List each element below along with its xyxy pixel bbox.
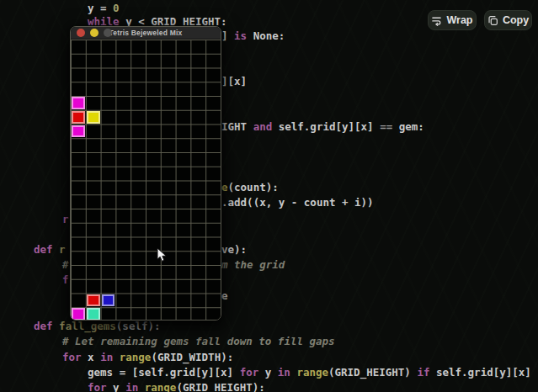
code-line: for y in range(GRID_HEIGHT): [88,382,265,392]
gem-yellow[interactable] [87,111,100,124]
gem-teal[interactable] [87,308,100,320]
code-line: # Let remaining gems fall down to fill g… [62,336,335,347]
wrap-button[interactable]: Wrap [428,10,477,30]
close-button[interactable] [77,29,85,37]
traffic-lights [77,27,112,39]
code-line: gems = [self.grid[y][x] for y in range(G… [88,367,531,379]
code-line: def r [34,244,66,256]
game-grid[interactable] [71,40,221,320]
gem-red[interactable] [72,111,85,124]
copy-button-label: Copy [503,14,529,26]
code-line: ve): [221,244,247,256]
gem-magenta[interactable] [72,97,85,109]
window-title: Tetris Bejeweled Mix [109,29,183,37]
window-titlebar[interactable]: Tetris Bejeweled Mix [71,27,221,40]
zoom-button[interactable] [104,29,112,37]
code-line: # [62,259,69,271]
tetris-window: Tetris Bejeweled Mix [70,26,221,320]
code-line: for x in range(GRID_WIDTH): [62,352,233,363]
code-line: e(count): [221,182,279,193]
code-line: m the grid [221,259,285,271]
code-line: f [62,274,69,286]
code-line: IGHT and self.grid[y][x] == gem: [221,121,424,133]
gem-red[interactable] [87,294,100,307]
gem-magenta[interactable] [72,125,85,138]
code-line: def fall_gems(self): [34,320,161,332]
code-line: e [221,290,228,302]
gem-blue[interactable] [102,294,115,307]
copy-button[interactable]: Copy [484,10,532,30]
code-line: .add((x, y - count + i)) [221,197,374,209]
minimize-button[interactable] [90,29,99,37]
code-line: ][x] [221,76,247,87]
code-line: y = 0 [88,3,120,14]
screen: y = 0while y < GRID_HEIGHT:] is None:][x… [0,0,538,392]
copy-icon [487,15,498,26]
code-line: r [62,214,69,225]
gem-magenta[interactable] [72,308,85,320]
wrap-button-label: Wrap [446,14,472,26]
wrap-icon [431,15,442,26]
code-line: ] is None: [221,30,285,42]
